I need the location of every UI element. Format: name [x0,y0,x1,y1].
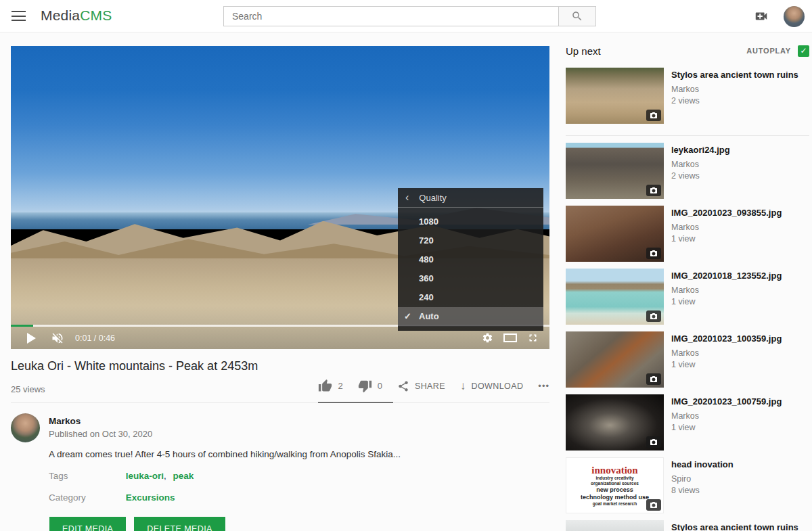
up-next-sidebar: Up next AUTOPLAY ✓ Stylos area ancient t… [566,41,809,531]
item-views: 1 view [671,360,800,369]
item-info: Stylos area ancient town ruins [671,520,800,531]
item-views: 1 view [671,234,800,244]
tag-link-peak[interactable]: peak [173,471,194,481]
wordcloud-word: organizational sources [591,481,639,486]
item-info: IMG_20201018_123552.jpg Markos 1 view [671,269,800,325]
share-icon [397,380,409,392]
theater-mode-icon[interactable] [503,333,517,342]
list-item[interactable]: Stylos area ancient town ruins [566,520,809,531]
app-logo[interactable]: MediaCMS [41,7,112,24]
wordcloud-word: goal market research [593,501,637,507]
menu-icon[interactable] [12,11,26,21]
quality-menu-header[interactable]: ‹ Quality [398,188,543,208]
player-controls-right [482,332,539,344]
check-icon: ✓ [800,46,807,55]
category-link-excursions[interactable]: Excursions [126,492,175,503]
item-title[interactable]: IMG_20201023_100359.jpg [671,333,800,344]
item-title[interactable]: head inovation [671,459,800,470]
thumbs-up-icon [318,379,332,393]
list-item[interactable]: Stylos area ancient town ruins Markos 2 … [566,68,809,136]
quality-option-1080[interactable]: 1080 [398,212,543,231]
thumbnail[interactable] [566,394,664,451]
video-player[interactable]: ‹ Quality 1080 720 480 360 240 ✓ Auto 0:… [11,46,549,349]
item-info: IMG_20201023_093855.jpg Markos 1 view [671,206,800,262]
camera-badge [646,436,661,448]
item-author: Markos [671,223,800,232]
media-actions: 2 0 SHARE ↓ DOWNLOAD ••• [318,379,549,393]
thumbnail[interactable] [566,206,664,262]
quality-option-480[interactable]: 480 [398,250,543,269]
quality-menu-title: Quality [419,193,446,203]
item-author: Markos [671,285,800,295]
author-avatar[interactable] [11,413,40,442]
list-item[interactable]: IMG_20201023_093855.jpg Markos 1 view [566,206,809,262]
item-author: Markos [671,411,800,421]
item-author: Spiro [671,474,800,484]
item-title[interactable]: IMG_20201018_123552.jpg [671,271,800,281]
tag-separator: , [164,471,166,481]
author-name[interactable]: Markos [49,416,81,426]
delete-media-button[interactable]: DELETE MEDIA [134,517,225,531]
thumbnail[interactable]: innovation industry creativity organizat… [566,457,664,513]
tag-link-leuka-ori[interactable]: leuka-ori [126,471,164,481]
item-title[interactable]: IMG_20201023_093855.jpg [671,208,800,218]
item-views: 8 views [671,486,800,495]
search-input[interactable] [223,6,559,26]
camera-badge [646,310,661,322]
quality-option-720[interactable]: 720 [398,231,543,250]
mute-icon[interactable] [51,331,64,345]
thumbnail[interactable] [566,143,664,199]
category-row: Category Excursions [49,492,175,503]
share-button[interactable]: SHARE [397,380,445,392]
logo-cms: CMS [80,7,112,23]
list-item[interactable]: IMG_20201018_123552.jpg Markos 1 view [566,269,809,325]
camera-badge [646,248,661,259]
quality-option-360[interactable]: 360 [398,269,543,288]
item-title[interactable]: Stylos area ancient town ruins [671,522,800,531]
thumbnail[interactable] [566,331,664,388]
settings-gear-icon[interactable] [482,332,493,344]
media-manage-buttons: EDIT MEDIA DELETE MEDIA [49,517,225,531]
item-title[interactable]: Stylos area ancient town ruins [671,70,800,80]
category-label: Category [49,492,123,503]
quality-option-auto-label: Auto [419,311,439,321]
download-button[interactable]: ↓ DOWNLOAD [460,379,523,393]
time-display: 0:01 / 0:46 [75,333,115,343]
more-options-button[interactable]: ••• [538,381,549,391]
item-author: Markos [671,85,800,94]
fullscreen-icon[interactable] [527,332,539,344]
quality-options-list: 1080 720 480 360 240 ✓ Auto [398,208,543,331]
search-button[interactable] [559,6,596,26]
item-info: IMG_20201023_100759.jpg Markos 1 view [671,394,800,451]
list-item[interactable]: innovation industry creativity organizat… [566,457,809,513]
video-upload-icon [752,9,770,24]
thumbs-down-icon [358,379,372,393]
thumbnail[interactable] [566,68,664,124]
media-description: A dream comes true! After 4-5 hours of c… [49,449,522,459]
thumbnail[interactable] [566,520,664,531]
play-button[interactable] [27,333,36,344]
quality-option-240[interactable]: 240 [398,288,543,307]
autoplay-checkbox[interactable]: ✓ [798,45,809,57]
views-count: 25 views [11,384,45,394]
download-label: DOWNLOAD [472,382,524,391]
upload-media-button[interactable] [752,9,770,24]
list-item[interactable]: IMG_20201023_100359.jpg Markos 1 view [566,331,809,388]
search-icon [571,10,583,22]
wordcloud-word: technology method use [581,494,649,501]
edit-media-button[interactable]: EDIT MEDIA [49,517,126,531]
autoplay-label: AUTOPLAY [746,47,791,55]
user-avatar[interactable] [784,6,805,27]
like-button[interactable]: 2 [318,379,342,393]
quality-option-auto[interactable]: ✓ Auto [398,307,543,326]
item-info: Stylos area ancient town ruins Markos 2 … [671,68,800,124]
list-item[interactable]: IMG_20201023_100759.jpg Markos 1 view [566,394,809,451]
item-title[interactable]: leykaori24.jpg [671,145,800,156]
item-author: Markos [671,348,800,358]
item-title[interactable]: IMG_20201023_100759.jpg [671,396,800,407]
published-date: Published on Oct 30, 2020 [49,429,152,439]
dislike-button[interactable]: 0 [358,379,382,393]
quality-menu: ‹ Quality 1080 720 480 360 240 ✓ Auto [398,188,543,331]
thumbnail[interactable] [566,269,664,325]
list-item[interactable]: leykaori24.jpg Markos 2 views [566,143,809,199]
